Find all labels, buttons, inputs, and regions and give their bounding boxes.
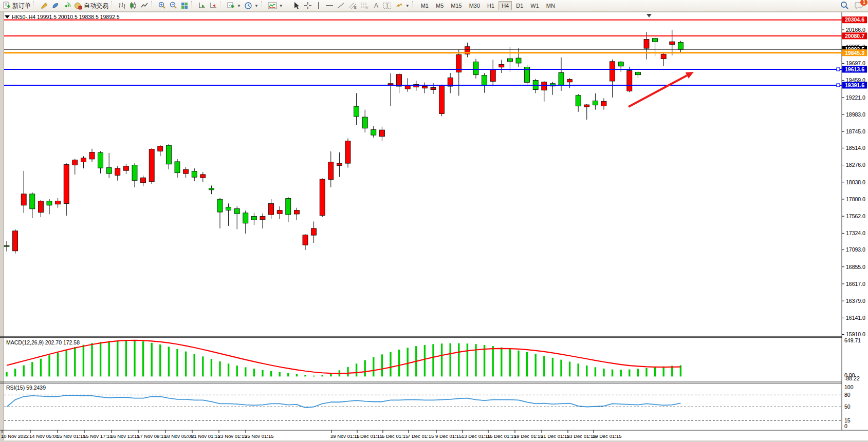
auto-trading-label: 自动交易	[84, 2, 108, 10]
tf-button-D1[interactable]: D1	[513, 1, 526, 10]
new-order-button[interactable]: 新订单	[1, 1, 32, 11]
candle	[158, 146, 163, 151]
bar-chart-icon	[118, 2, 126, 10]
time-label: 21 Nov 01:15	[191, 433, 220, 439]
time-label: 1 Dec 01:15	[356, 433, 382, 439]
arrows-button[interactable]: ▼	[394, 1, 411, 11]
candlestick-icon	[129, 2, 137, 10]
bar-chart-button[interactable]	[116, 1, 127, 11]
macd-bar	[407, 348, 409, 376]
equidistant-channel-button[interactable]: E	[346, 1, 359, 11]
tile-windows-button[interactable]	[179, 1, 190, 11]
candle	[269, 203, 274, 215]
vertical-line-button[interactable]	[313, 1, 324, 11]
macd-bar	[48, 355, 50, 376]
candle	[345, 141, 350, 163]
auto-scroll-button[interactable]	[196, 1, 208, 11]
text-label-button[interactable]: T	[381, 1, 394, 11]
macd-bar	[245, 367, 246, 376]
cursor-button[interactable]	[291, 1, 302, 11]
new-chart-button[interactable]: ▼	[225, 1, 243, 11]
tf-button-H4[interactable]: H4	[498, 1, 512, 10]
macd-bar	[100, 342, 101, 376]
crosshair-button[interactable]	[302, 1, 313, 11]
main-chart-pane[interactable]	[4, 12, 842, 336]
zoom-in-button[interactable]	[156, 1, 168, 11]
tf-button-M1[interactable]: M1	[418, 1, 432, 10]
tf-button-M15[interactable]: M15	[448, 1, 465, 10]
tf-button-M5[interactable]: M5	[433, 1, 447, 10]
price-tag-label: 19845.3	[845, 50, 864, 56]
macd-bar	[83, 345, 84, 377]
chevron-down-icon: ▼	[254, 4, 258, 8]
svg-text:F: F	[366, 6, 368, 10]
macd-bar	[14, 369, 16, 376]
zoom-out-button[interactable]	[168, 1, 179, 11]
candle	[661, 54, 666, 59]
tf-button-M30[interactable]: M30	[466, 1, 483, 10]
search-button[interactable]	[838, 1, 851, 11]
line-handle[interactable]	[837, 68, 840, 71]
macd-bar	[125, 340, 127, 376]
price-tick-label: 16617.0	[846, 281, 865, 287]
signals-button[interactable]	[61, 1, 72, 11]
trade-group: 新订单 自动交易	[1, 0, 110, 11]
candle	[166, 145, 171, 164]
candlestick-button[interactable]	[127, 1, 139, 11]
line-handle[interactable]	[837, 84, 840, 87]
time-label: 23 Dec 01:15	[567, 433, 596, 439]
candle	[64, 164, 69, 203]
text-button[interactable]: A	[371, 1, 381, 11]
macd-bar	[569, 361, 570, 376]
macd-bar	[228, 363, 229, 376]
macd-bar	[458, 343, 459, 377]
metaeditor-quill-icon	[40, 2, 48, 10]
indicators-group: ▼	[266, 0, 285, 11]
auto-scroll-icon	[198, 2, 206, 10]
horizontal-line-button[interactable]	[324, 1, 335, 11]
metaeditor-button[interactable]	[39, 1, 50, 11]
candle	[175, 162, 180, 173]
candle	[678, 42, 683, 49]
trendline-button[interactable]	[335, 1, 346, 11]
text-a-icon: A	[373, 2, 380, 10]
price-tick-label: 18038.0	[846, 179, 865, 185]
macd-bar	[364, 360, 366, 377]
price-tick-label: 16379.0	[846, 298, 865, 304]
macd-bar	[381, 354, 383, 376]
price-tick-label: 17800.0	[846, 196, 865, 202]
fibonacci-button[interactable]: F	[359, 1, 371, 11]
tile-windows-icon	[180, 2, 189, 10]
separator	[286, 1, 290, 10]
community-button[interactable]	[50, 1, 61, 11]
candle	[106, 167, 112, 174]
macd-bar	[322, 375, 323, 377]
macd-bar	[663, 367, 664, 377]
chart-canvas[interactable]: 20166.019925.019697.019459.019221.018983…	[0, 0, 868, 442]
tf-button-W1[interactable]: W1	[527, 1, 542, 10]
macd-bar	[31, 362, 33, 376]
macd-bar	[347, 367, 348, 377]
candle	[132, 165, 137, 181]
macd-bar	[23, 366, 25, 377]
indicators-button[interactable]: ▼	[266, 1, 285, 11]
tf-button-H1[interactable]: H1	[484, 1, 497, 10]
auto-trading-button[interactable]: 自动交易	[72, 1, 110, 11]
time-label: 7 Dec 01:15	[408, 433, 434, 439]
macd-bar	[279, 372, 281, 377]
chat-button[interactable]: 1	[854, 1, 864, 10]
horizontal-line-icon	[325, 2, 334, 10]
candle	[56, 201, 61, 204]
tf-button-MN[interactable]: MN	[543, 1, 558, 10]
chart-shift-button[interactable]	[208, 1, 219, 11]
chat-badge: 1	[860, 0, 867, 6]
candle	[431, 87, 436, 89]
macd-bar	[151, 343, 153, 377]
macd-bar	[313, 376, 315, 377]
line-chart-button[interactable]	[139, 1, 150, 11]
separator	[412, 1, 416, 10]
profiles-button[interactable]: ▼	[243, 1, 260, 11]
macd-bar	[612, 370, 613, 377]
text-label-icon: T	[383, 2, 392, 10]
price-tag-label: 19613.6	[845, 66, 864, 72]
